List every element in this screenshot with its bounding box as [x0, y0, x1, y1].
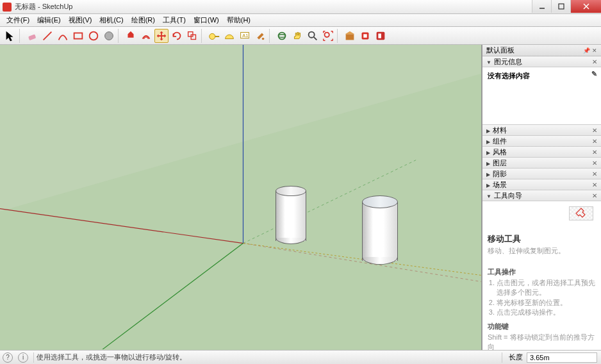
offset-tool[interactable]	[139, 29, 153, 43]
viewport[interactable]	[0, 45, 482, 350]
length-label: 长度	[509, 352, 523, 362]
orbit-tool[interactable]	[275, 29, 289, 43]
menu-item[interactable]: 视图(V)	[65, 14, 96, 26]
edit-icon[interactable]: ✎	[591, 70, 597, 78]
maximize-button[interactable]	[551, 0, 570, 13]
tray-section-label: 组件	[493, 137, 507, 145]
collapse-button[interactable]: ✕	[592, 58, 597, 65]
arc-tool[interactable]	[56, 29, 70, 43]
eraser-tool[interactable]	[25, 29, 39, 43]
axes-overlay	[0, 45, 481, 349]
menu-item[interactable]: 编辑(E)	[33, 14, 65, 26]
status-hint: 使用选择工具，或挑选一事物以进行移动/旋转。	[37, 352, 186, 362]
pushpull-tool[interactable]	[124, 29, 138, 43]
toolbar-separator	[118, 29, 122, 43]
collapse-button[interactable]: ✕	[592, 170, 597, 178]
line-tool[interactable]	[40, 29, 54, 43]
chevron-icon: ▶	[486, 172, 490, 178]
length-field[interactable]: 3.65m	[527, 352, 597, 363]
rotate-tool[interactable]	[170, 29, 184, 43]
entity-info-body: 没有选择内容 ✎	[482, 67, 601, 125]
entity-info-text: 没有选择内容	[488, 72, 530, 79]
svg-line-3	[584, 4, 589, 9]
menu-item[interactable]: 窗口(W)	[190, 14, 223, 26]
svg-text:A1: A1	[242, 32, 248, 38]
warehouse-tool[interactable]	[343, 29, 357, 43]
svg-point-15	[262, 37, 265, 40]
tray-section[interactable]: ▶风格✕	[482, 147, 601, 158]
tray-section[interactable]: ▶图层✕	[482, 158, 601, 169]
svg-line-5	[44, 31, 52, 40]
cylinder-2[interactable]	[362, 202, 398, 261]
minimize-button[interactable]	[532, 0, 551, 13]
zoom-extents-tool[interactable]	[321, 29, 335, 43]
entity-info-header[interactable]: ▼图元信息 ✕	[482, 56, 601, 67]
tray-section[interactable]: ▼工具向导✕	[482, 190, 601, 201]
move-tool[interactable]	[154, 29, 169, 43]
select-tool[interactable]	[3, 29, 17, 43]
toolbar: A1	[0, 27, 601, 45]
svg-line-2	[584, 4, 589, 9]
tray-section-label: 场景	[493, 181, 507, 188]
close-button[interactable]	[570, 0, 601, 13]
entity-info-label: 图元信息	[494, 58, 522, 65]
collapse-button[interactable]: ✕	[592, 181, 597, 188]
collapse-button[interactable]: ✕	[592, 160, 597, 167]
tray-section[interactable]: ▶组件✕	[482, 136, 601, 147]
instructor-title: 移动工具	[488, 233, 596, 245]
collapse-button[interactable]: ✕	[592, 149, 597, 156]
svg-point-18	[309, 31, 315, 37]
collapse-button[interactable]: ✕	[592, 127, 597, 134]
toolbar-separator	[19, 29, 23, 43]
window-title: 无标题 - SketchUp	[15, 2, 72, 12]
instructor-ops-header: 工具操作	[488, 267, 596, 277]
collapse-button[interactable]: ✕	[592, 192, 597, 199]
svg-point-7	[90, 31, 98, 40]
tray-section[interactable]: ▶阴影✕	[482, 169, 601, 179]
circle-tool[interactable]	[86, 29, 101, 43]
protractor-tool[interactable]	[222, 29, 236, 43]
tape-tool[interactable]	[207, 29, 221, 43]
menu-item[interactable]: 帮助(H)	[223, 14, 254, 26]
pan-tool[interactable]	[290, 29, 304, 43]
svg-rect-21	[346, 34, 354, 40]
chevron-icon: ▶	[486, 161, 490, 167]
chevron-down-icon: ▼	[486, 60, 491, 65]
svg-line-27	[0, 209, 243, 244]
tray-section[interactable]: ▶场景✕	[482, 179, 601, 190]
instructor-step: 将光标移至新的位置。	[497, 298, 596, 308]
cylinder-1[interactable]	[276, 191, 306, 241]
svg-point-20	[325, 32, 329, 37]
length-value: 3.65m	[530, 354, 550, 361]
svg-line-30	[103, 244, 243, 350]
toolbar-separator	[337, 29, 341, 43]
menu-item[interactable]: 文件(F)	[3, 14, 33, 26]
collapse-button[interactable]: ✕	[592, 138, 597, 145]
chevron-icon: ▶	[486, 183, 490, 188]
tray-section[interactable]: ▶材料✕	[482, 125, 601, 136]
scale-tool[interactable]	[185, 29, 199, 43]
extension-tool[interactable]	[358, 29, 372, 43]
info-icon[interactable]: i	[18, 352, 28, 363]
rectangle-tool[interactable]	[71, 29, 85, 43]
svg-marker-26	[0, 45, 481, 211]
pin-icon[interactable]: 📌 ✕	[583, 47, 597, 54]
help-icon[interactable]: ?	[3, 352, 13, 363]
menu-item[interactable]: 绘图(R)	[128, 14, 159, 26]
polygon-tool[interactable]	[102, 29, 116, 43]
menu-item[interactable]: 工具(T)	[159, 14, 190, 26]
tray-section-label: 工具向导	[494, 192, 522, 199]
instructor-step: 点击图元，或者用选择工具预先选择多个图元。	[497, 278, 596, 298]
zoom-tool[interactable]	[306, 29, 320, 43]
menu-item[interactable]: 相机(C)	[95, 14, 127, 26]
toolbar-separator	[269, 29, 273, 43]
window-controls	[532, 0, 601, 13]
tray-title-label: 默认面板	[486, 46, 515, 55]
layout-tool[interactable]	[374, 29, 388, 43]
instructor-keys-text: Shift = 将移动锁定到当前的推导方向	[488, 333, 596, 350]
svg-line-19	[314, 37, 317, 40]
paint-tool[interactable]	[253, 29, 267, 43]
tray-title[interactable]: 默认面板 📌 ✕	[482, 45, 601, 56]
title-bar: 无标题 - SketchUp	[0, 0, 601, 14]
text-tool[interactable]: A1	[238, 29, 252, 43]
